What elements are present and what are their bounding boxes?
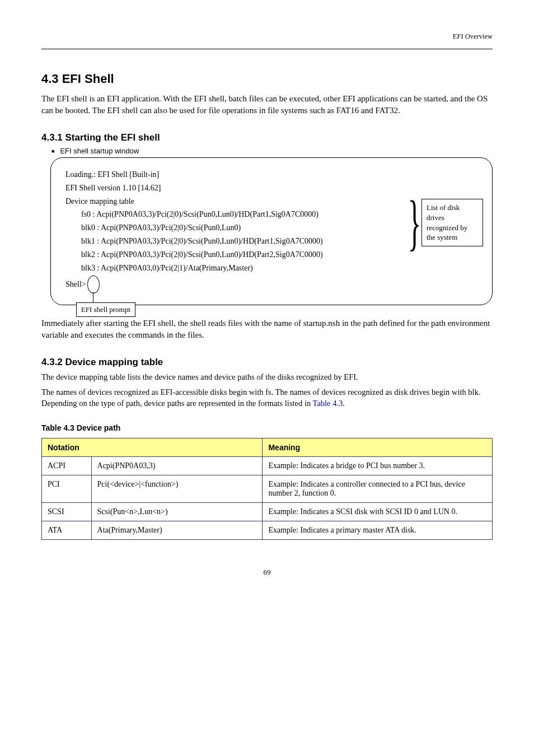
header-right: EFI Overview [453,32,493,41]
bullet-startup-window: ■ EFI shell startup window [51,147,493,155]
shell-prompt-row: Shell> EFI shell prompt [65,276,481,293]
subsection-device-mapping: 4.3.2 Device mapping table [41,357,493,368]
th-notation: Notation [42,438,263,457]
devmap-desc1: The device mapping table lists the devic… [41,371,493,382]
prompt-label-box: EFI shell prompt [76,302,135,317]
th-meaning: Meaning [263,438,493,457]
cell-example: Acpi(PNP0A03,3) [91,457,263,475]
console-line: blk3 : Acpi(PNP0A03,0)/Pci(2|1)/Ata(Prim… [65,262,481,275]
page-number: 69 [41,568,493,577]
console-bubble: Loading.: EFI Shell [Built-in] EFI Shell… [50,157,493,305]
intro-paragraph: The EFI shell is an EFI application. Wit… [41,93,493,116]
prompt-callout: EFI shell prompt [87,276,100,293]
table-ref-link[interactable]: Table 4.3 [313,399,343,408]
cell-example: Pci(<device>|<function>) [91,475,263,503]
shell-prompt-text: Shell> [65,280,86,289]
after-console-paragraph: Immediately after starting the EFI shell… [41,318,493,341]
cell-example: Scsi(Pun<n>,Lun<n>) [91,503,263,521]
table-row: ACPI Acpi(PNP0A03,3) Example: Indicates … [42,457,493,475]
right-brace-icon: } [408,195,421,250]
cell-name: SCSI [42,503,92,521]
table-row: PCI Pci(<device>|<function>) Example: In… [42,475,493,503]
device-path-table: Notation Meaning ACPI Acpi(PNP0A03,3) Ex… [41,438,493,540]
console-line: Loading.: EFI Shell [Built-in] [65,168,481,181]
brace-annotation: } List of disk drives recognized by the … [400,195,483,250]
cell-name: ACPI [42,457,92,475]
devmap-desc2a: The names of devices recognized as EFI-a… [41,388,481,408]
circle-callout-icon [87,276,100,293]
bullet-label: EFI shell startup window [60,147,139,155]
console-bubble-wrap: Loading.: EFI Shell [Built-in] EFI Shell… [50,157,493,305]
devmap-desc2b: . [343,399,345,408]
annotation-box: List of disk drives recognized by the sy… [421,199,483,246]
subsection-starting-shell: 4.3.1 Starting the EFI shell [41,132,493,143]
devmap-desc2: The names of devices recognized as EFI-a… [41,386,493,409]
cell-meaning: Example: Indicates a SCSI disk with SCSI… [263,503,493,521]
cell-name: ATA [42,521,92,540]
cell-meaning: Example: Indicates a primary master ATA … [263,521,493,540]
table-caption: Table 4.3 Device path [41,423,493,432]
table-row: ATA Ata(Primary,Master) Example: Indicat… [42,521,493,540]
cell-meaning: Example: Indicates a controller connecte… [263,475,493,503]
cell-example: Ata(Primary,Master) [91,521,263,540]
page-header: EFI Overview [41,31,493,49]
cell-meaning: Example: Indicates a bridge to PCI bus n… [263,457,493,475]
cell-name: PCI [42,475,92,503]
square-bullet-icon: ■ [51,148,54,154]
section-title: 4.3 EFI Shell [41,72,493,86]
table-row: SCSI Scsi(Pun<n>,Lun<n>) Example: Indica… [42,503,493,521]
